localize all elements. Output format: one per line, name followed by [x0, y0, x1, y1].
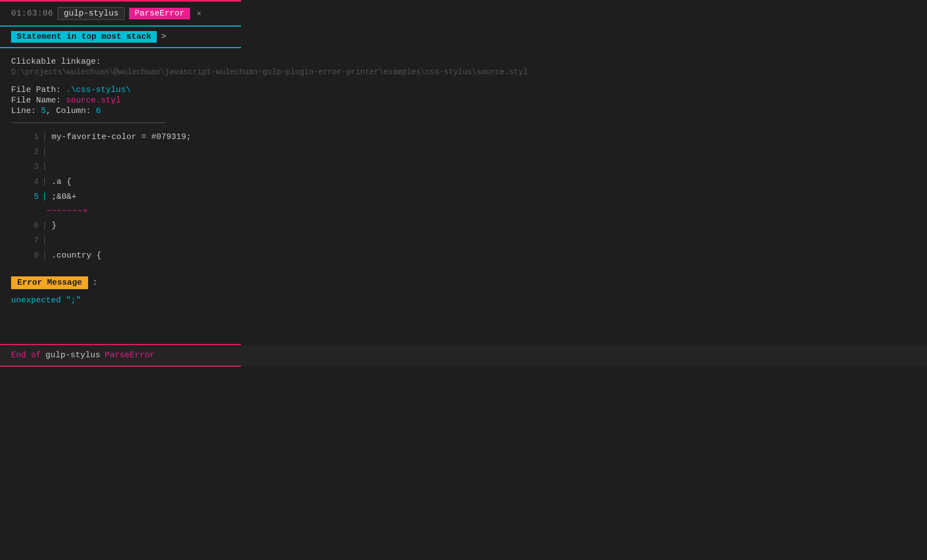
- line-bar-6: |: [42, 218, 47, 233]
- line-value: 5: [41, 106, 46, 116]
- line-content-4: .a {: [52, 174, 71, 189]
- line-bar-2: |: [42, 145, 47, 160]
- code-line-5-active: 5 | ;&0&+: [22, 189, 916, 204]
- line-label: Line:: [11, 106, 41, 116]
- header-row: 01:03:06 gulp-stylus ParseError ×: [0, 2, 927, 25]
- line-number-6: 6: [22, 218, 39, 233]
- divider: [11, 122, 166, 123]
- clickable-title: Clickable linkage:: [11, 57, 916, 66]
- line-bar-7: |: [42, 233, 47, 248]
- footer-gulp-label: gulp-stylus: [45, 351, 100, 360]
- code-line-6: 6 | }: [22, 218, 916, 233]
- code-line-7: 7 |: [22, 233, 916, 248]
- file-path-info: File Path: .\css-stylus\: [11, 85, 916, 95]
- line-number-5: 5: [22, 189, 39, 204]
- clickable-path[interactable]: D:\projects\wulechuan\@wulechuan\javascr…: [11, 68, 916, 76]
- stack-arrow: >: [161, 32, 166, 42]
- file-name-info: File Name: source.styl: [11, 96, 916, 105]
- line-bar-4: |: [42, 174, 47, 189]
- error-header: Error Message :: [11, 276, 916, 289]
- timestamp: 01:03:06: [11, 9, 53, 18]
- error-message-text: unexpected ";": [11, 296, 916, 305]
- error-message-label: Error Message: [11, 276, 88, 289]
- line-number-7: 7: [22, 233, 39, 248]
- bottom-section: End of gulp-stylus ParseError: [0, 344, 927, 367]
- stack-label: Statement in top most stack: [11, 31, 157, 43]
- close-button[interactable]: ×: [197, 9, 201, 18]
- gulp-label: gulp-stylus: [58, 7, 125, 20]
- terminal-window: 01:03:06 gulp-stylus ParseError × Statem…: [0, 0, 927, 560]
- error-section: Error Message : unexpected ";": [11, 276, 916, 305]
- stack-row: Statement in top most stack >: [0, 27, 927, 47]
- file-line-col-info: Line: 5, Column: 6: [11, 106, 916, 116]
- code-line-2: 2 |: [22, 145, 916, 160]
- line-content-8: .country {: [52, 248, 101, 263]
- content-area: Clickable linkage: D:\projects\wulechuan…: [0, 48, 927, 327]
- error-colon: :: [93, 278, 98, 287]
- line-bar-3: |: [42, 160, 47, 174]
- line-content-6: }: [52, 218, 57, 233]
- line-number-2: 2: [22, 145, 39, 160]
- code-squiggle-line: ~~~~~~~×: [22, 204, 916, 218]
- line-content-5: ;&0&+: [52, 189, 76, 204]
- footer-parse-label: ParseError: [105, 351, 155, 360]
- parse-error-label: ParseError: [129, 8, 190, 19]
- code-line-1: 1 | my-favorite-color = #079319;: [22, 130, 916, 145]
- code-block: 1 | my-favorite-color = #079319; 2 | 3 |…: [22, 130, 916, 263]
- code-line-8: 8 | .country {: [22, 248, 916, 263]
- line-bar-1: |: [42, 130, 47, 145]
- line-content-1: my-favorite-color = #079319;: [52, 130, 191, 145]
- file-path-label: File Path:: [11, 85, 66, 95]
- code-line-4: 4 | .a {: [22, 174, 916, 189]
- code-line-3: 3 |: [22, 160, 916, 174]
- file-name-value: source.styl: [66, 96, 121, 105]
- line-bar-8: |: [42, 248, 47, 263]
- line-number-8: 8: [22, 248, 39, 263]
- line-number-4: 4: [22, 174, 39, 189]
- bottom-border-bottom: [0, 366, 241, 367]
- file-path-value: .\css-stylus\: [66, 85, 131, 95]
- line-number-3: 3: [22, 160, 39, 174]
- file-name-label: File Name:: [11, 96, 66, 105]
- line-number-1: 1: [22, 130, 39, 145]
- footer-row: End of gulp-stylus ParseError: [0, 345, 927, 366]
- footer-end-text: End of: [11, 351, 41, 360]
- line-bar-5: |: [42, 189, 47, 204]
- column-label: , Column:: [46, 106, 96, 116]
- column-value: 6: [96, 106, 101, 116]
- error-squiggle: ~~~~~~~×: [47, 204, 88, 218]
